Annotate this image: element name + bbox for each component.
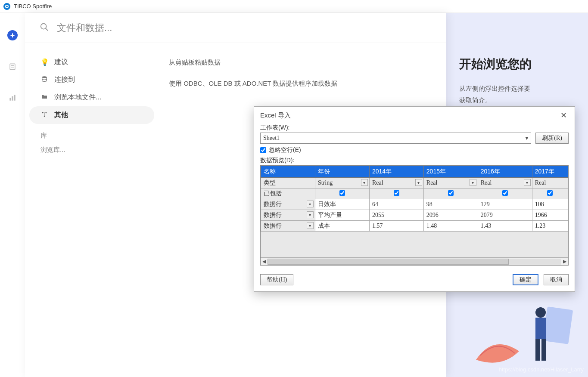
add-button[interactable]: +: [7, 30, 18, 40]
worksheet-value: Sheet1: [263, 135, 280, 142]
svg-point-15: [42, 76, 47, 78]
type-select-year[interactable]: String▾: [315, 178, 369, 188]
include-2015-checkbox[interactable]: [448, 190, 454, 196]
include-2016-checkbox[interactable]: [502, 190, 508, 196]
row-type-select[interactable]: 数据行▾: [261, 199, 315, 210]
header-year[interactable]: 年份: [315, 166, 369, 178]
cell: 1.23: [532, 221, 568, 232]
worksheet-select[interactable]: Sheet1 ▼: [260, 133, 531, 144]
ignore-empty-checkbox[interactable]: 忽略空行(E): [260, 146, 569, 154]
table-row: 数据行▾ 成本 1.57 1.48 1.43 1.23: [261, 221, 568, 232]
dialog-title: Excel 导入: [260, 111, 291, 120]
cell: 98: [423, 199, 478, 210]
scroll-right-icon[interactable]: ▶: [563, 259, 566, 264]
nav-item-suggestions[interactable]: 💡 建议: [29, 53, 154, 71]
illustration: [459, 282, 588, 377]
cell: 1966: [532, 210, 568, 221]
nav-item-browse-local[interactable]: 浏览本地文件...: [29, 89, 154, 106]
chevron-down-icon: ▼: [524, 136, 529, 141]
document-icon[interactable]: [8, 62, 17, 71]
data-preview-table: 名称 年份 2014年 2015年 2016年 2017年 类型 String▾…: [260, 165, 569, 266]
cell: 成本: [315, 221, 369, 232]
search-row: 文件和数据...: [25, 13, 446, 43]
cell: 平均产量: [315, 210, 369, 221]
svg-rect-10: [535, 318, 546, 339]
welcome-line1: 从左侧的浮出控件选择要: [459, 83, 588, 94]
svg-rect-12: [541, 339, 546, 361]
type-select-2015[interactable]: Real▾: [423, 178, 478, 188]
scroll-left-icon[interactable]: ◀: [262, 259, 266, 264]
svg-point-1: [6, 6, 8, 7]
svg-rect-8: [543, 306, 573, 344]
type-select-2014[interactable]: Real▾: [369, 178, 423, 188]
welcome-heading: 开始浏览您的: [459, 56, 588, 72]
nav-label: 浏览本地文件...: [54, 93, 101, 102]
close-icon[interactable]: ✕: [559, 109, 569, 122]
included-row: 已包括: [261, 188, 568, 199]
help-button[interactable]: 帮助(H): [260, 274, 293, 285]
search-input[interactable]: 文件和数据...: [57, 22, 112, 34]
nav-label: 其他: [54, 111, 68, 120]
svg-point-13: [41, 24, 47, 29]
include-year-checkbox[interactable]: [339, 190, 345, 196]
nav-label: 连接到: [54, 75, 75, 84]
dialog-titlebar: Excel 导入 ✕: [254, 107, 575, 124]
cell: 1.57: [369, 221, 423, 232]
header-2016[interactable]: 2016年: [478, 166, 532, 178]
include-2017-checkbox[interactable]: [547, 190, 553, 196]
content-load-odbc[interactable]: 使用 ODBC、OLE DB 或 ADO.NET 数据提供程序加载数据: [169, 80, 436, 88]
cell: 129: [478, 199, 532, 210]
preview-label: 数据预览(D):: [260, 157, 569, 164]
svg-rect-7: [14, 95, 15, 100]
welcome-line2: 获取简介。: [459, 94, 588, 106]
app-title: TIBCO Spotfire: [14, 3, 52, 9]
svg-rect-5: [9, 98, 11, 101]
browse-library-link[interactable]: 浏览库...: [29, 143, 154, 157]
titlebar: TIBCO Spotfire: [0, 0, 588, 13]
row-type-select[interactable]: 数据行▾: [261, 210, 315, 221]
database-icon: [40, 76, 48, 84]
horizontal-scrollbar[interactable]: ◀ ▶: [261, 257, 568, 265]
chevron-down-icon: ▾: [415, 179, 422, 186]
header-2014[interactable]: 2014年: [369, 166, 423, 178]
chevron-down-icon: ▾: [307, 201, 314, 207]
chevron-down-icon: ▾: [524, 179, 531, 186]
nav-column: 💡 建议 连接到 浏览本地文件... 其他 库: [25, 53, 159, 157]
header-name[interactable]: 名称: [261, 166, 315, 178]
cell: 日效率: [315, 199, 369, 210]
table-row: 数据行▾ 平均产量 2055 2096 2079 1966: [261, 210, 568, 221]
cancel-button[interactable]: 取消: [544, 274, 569, 285]
watermark: https://blog.csdn.net/Hilaser_Larry: [499, 366, 584, 373]
vertical-toolbar: +: [0, 13, 25, 377]
type-select-2016[interactable]: Real▾: [478, 178, 532, 188]
chevron-down-icon: ▾: [307, 222, 314, 229]
header-2015[interactable]: 2015年: [423, 166, 478, 178]
refresh-button[interactable]: 刷新(R): [535, 133, 569, 144]
folder-icon: [40, 93, 48, 102]
header-2017[interactable]: 2017年: [532, 166, 568, 178]
lightbulb-icon: 💡: [40, 58, 48, 66]
worksheet-label: 工作表(W):: [260, 124, 569, 132]
dialog-footer: 帮助(H) 确定 取消: [254, 270, 575, 291]
row-type-select[interactable]: 数据行▾: [261, 221, 315, 232]
type-select-2017[interactable]: Real: [532, 178, 568, 188]
include-2014-checkbox[interactable]: [394, 190, 399, 196]
scroll-thumb[interactable]: [268, 259, 509, 265]
nav-label: 建议: [54, 58, 68, 67]
cell: 64: [369, 199, 423, 210]
nav-item-connect[interactable]: 连接到: [29, 71, 154, 89]
ignore-empty-input[interactable]: [260, 147, 266, 153]
excel-import-dialog: Excel 导入 ✕ 工作表(W): Sheet1 ▼ 刷新(R) 忽略空行(E…: [254, 106, 575, 292]
scroll-track[interactable]: [268, 259, 561, 265]
chevron-down-icon: ▾: [361, 179, 368, 186]
svg-rect-11: [535, 339, 540, 361]
cell: 2055: [369, 210, 423, 221]
chevron-down-icon: ▾: [470, 179, 476, 186]
cell: 1.48: [423, 221, 478, 232]
nav-item-other[interactable]: 其他: [29, 106, 154, 124]
chart-icon[interactable]: [8, 93, 17, 102]
content-paste-clipboard[interactable]: 从剪贴板粘贴数据: [169, 59, 436, 67]
ok-button[interactable]: 确定: [513, 274, 538, 285]
ignore-empty-label: 忽略空行(E): [269, 146, 301, 154]
included-label: 已包括: [261, 188, 315, 199]
